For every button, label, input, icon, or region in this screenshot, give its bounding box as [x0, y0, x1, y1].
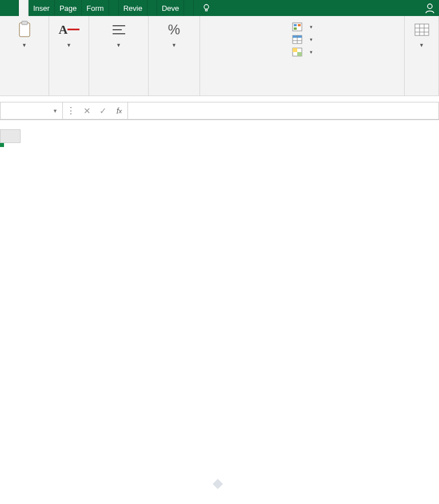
chevron-down-icon: ▼: [116, 42, 121, 48]
cell-styles-button[interactable]: ▾: [292, 47, 313, 57]
svg-rect-11: [294, 27, 297, 30]
name-box[interactable]: ▼: [0, 102, 63, 120]
font-icon: A: [59, 19, 79, 40]
tab-review[interactable]: Revie: [119, 0, 147, 16]
formula-input[interactable]: [128, 102, 439, 120]
spreadsheet-grid: [0, 129, 439, 143]
chevron-down-icon: ▼: [419, 42, 424, 48]
chevron-down-icon: ▼: [22, 42, 27, 48]
svg-rect-3: [19, 23, 30, 37]
percent-icon: %: [164, 19, 185, 40]
clipboard-button[interactable]: ▼: [14, 19, 35, 48]
tab-insert[interactable]: Inser: [29, 0, 55, 16]
chevron-down-icon: ▾: [310, 37, 313, 42]
tab-developer[interactable]: Deve: [157, 0, 184, 16]
enter-formula-button[interactable]: ✓: [95, 102, 111, 120]
svg-point-2: [428, 4, 432, 9]
svg-rect-19: [415, 24, 429, 35]
formula-bar-separator: ⋮: [63, 102, 79, 120]
fx-icon[interactable]: fx: [111, 102, 128, 120]
format-as-table-button[interactable]: ▾: [292, 34, 313, 45]
alignment-button[interactable]: ▼: [109, 19, 129, 48]
tab-formulas[interactable]: Form: [82, 0, 109, 16]
svg-point-0: [204, 5, 209, 9]
svg-rect-10: [298, 24, 301, 26]
svg-rect-4: [22, 21, 27, 25]
chevron-down-icon: ▼: [53, 108, 58, 114]
formula-bar: ▼ ⋮ ✕ ✓ fx: [0, 102, 439, 120]
ribbon: ▼ A ▼ ▼ % ▼: [0, 16, 439, 96]
tab-data[interactable]: [109, 0, 119, 16]
watermark: [0, 479, 439, 489]
cancel-formula-button[interactable]: ✕: [79, 102, 95, 120]
number-button[interactable]: % ▼: [164, 19, 185, 48]
font-button[interactable]: A ▼: [59, 19, 79, 48]
chevron-down-icon: ▼: [66, 42, 71, 48]
chevron-down-icon: ▾: [310, 49, 313, 55]
cells-icon: [412, 19, 432, 40]
table-icon: [292, 34, 303, 45]
alignment-icon: [109, 19, 129, 40]
tab-home[interactable]: [19, 0, 29, 16]
fill-handle[interactable]: [0, 143, 4, 147]
chevron-down-icon: ▼: [171, 42, 177, 48]
svg-rect-18: [297, 52, 302, 56]
chevron-down-icon: ▾: [310, 24, 313, 30]
tab-help[interactable]: [184, 0, 194, 16]
svg-rect-9: [294, 24, 297, 26]
tell-me[interactable]: [196, 0, 221, 16]
tab-file[interactable]: [0, 0, 19, 16]
tab-page-layout[interactable]: Page: [55, 0, 82, 16]
clipboard-icon: [14, 19, 35, 40]
lightbulb-icon: [202, 3, 211, 13]
svg-rect-1: [206, 9, 207, 11]
svg-rect-17: [293, 48, 297, 52]
ribbon-tabs: Inser Page Form Revie Deve: [0, 0, 439, 16]
cell-styles-icon: [292, 47, 303, 57]
watermark-logo-icon: [213, 479, 223, 489]
account-icon[interactable]: [421, 0, 439, 16]
cells-button[interactable]: ▼: [412, 19, 432, 48]
select-all-corner[interactable]: [0, 129, 21, 143]
conditional-formatting-icon: [292, 22, 303, 32]
tab-view[interactable]: [147, 0, 157, 16]
conditional-formatting-button[interactable]: ▾: [292, 22, 313, 32]
